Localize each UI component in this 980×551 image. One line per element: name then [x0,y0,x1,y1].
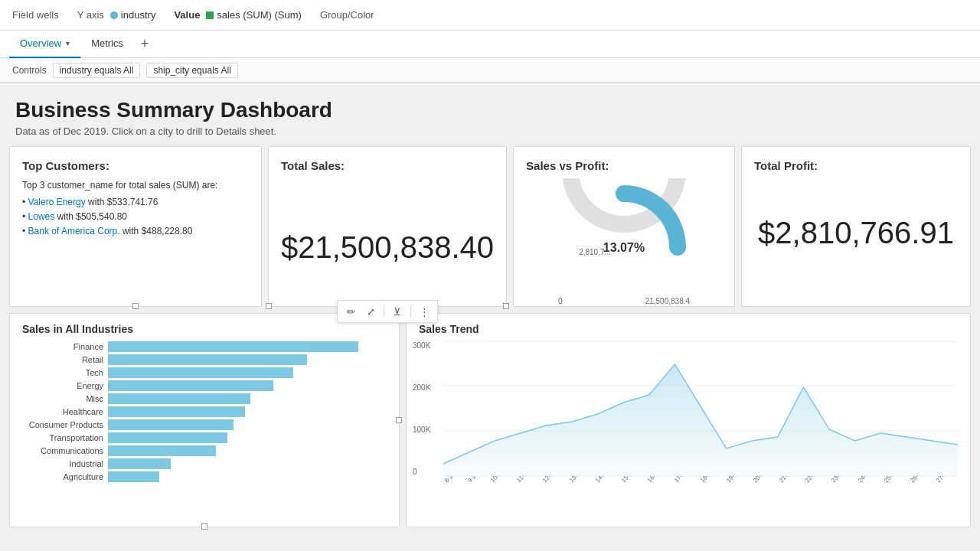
bar-label: Retail [16,355,108,364]
donut-chart: 2,810,7... 13.07% 0 21,500,838.4 [555,178,693,293]
x-label: 22-2017 [804,476,831,490]
expand-button[interactable]: ⤢ [362,303,379,320]
sales-trend-card: Sales Trend 300K 200K 100K 0 [406,313,971,527]
bar-fill[interactable] [108,380,273,391]
controls-label: Controls [12,65,47,76]
chevron-down-icon: ▾ [66,39,70,47]
more-button[interactable]: ⋮ [416,303,433,320]
x-label: 9-2017 [466,476,491,490]
y-axis-labels: 300K 200K 100K 0 [413,341,443,476]
toolbar-divider [384,305,384,318]
edit-button[interactable]: ✏ [342,303,359,320]
tabs-bar: Overview ▾ Metrics + [0,31,980,58]
customer-2-amount: with [57,211,77,222]
bar-fill[interactable] [108,445,216,456]
tab-metrics[interactable]: Metrics [80,31,134,58]
bar-row: Tech [16,367,393,378]
bar-track [108,354,393,365]
tab-metrics-label: Metrics [91,37,123,49]
bar-fill[interactable] [108,354,307,365]
bar-row: Misc [16,393,393,404]
resize-handle-right[interactable] [396,417,402,423]
x-label: 12-2017 [541,476,568,490]
customer-3-link[interactable]: Bank of America Corp. [28,226,120,236]
top-customers-list: • Valero Energy with $533,741.76 • Lowes… [22,197,249,236]
y-axis-item: Y axis industry [77,9,156,21]
resize-handle[interactable] [132,303,139,309]
x-label: 14-2017 [594,476,621,490]
bar-fill[interactable] [108,406,245,417]
donut-max-label: 21,500,838.4 [645,297,690,305]
top-customers-title: Top Customers: [22,159,249,172]
resize-handle-bottom[interactable] [201,523,207,530]
tab-overview-label: Overview [20,37,61,49]
x-label: 23-2017 [830,476,857,490]
bar-track [108,471,393,482]
bar-row: Industrial [16,458,393,469]
total-profit-card: Total Profit: $2,810,766.91 [741,146,971,307]
x-label: 27-2017 [935,476,958,490]
filter-industry[interactable]: industry equals All [53,63,141,78]
field-wells-bar: Field wells Y axis industry Value sales … [0,0,980,31]
x-label: 10-2017 [489,476,516,490]
bar-track [108,458,393,469]
bar-fill[interactable] [108,341,358,352]
bar-label: Misc [16,394,108,403]
bar-fill[interactable] [108,432,227,443]
dashboard-title: Business Summary Dashboard [9,92,971,122]
bar-track [108,406,393,417]
total-profit-value: $2,810,766.91 [754,172,958,294]
bar-row: Healthcare [16,406,393,417]
list-item: • Lowes with $505,540.80 [22,211,249,222]
line-chart-area [443,341,958,476]
bar-row: Communications [16,445,393,456]
y-label-0: 0 [413,468,440,476]
bar-row: Transportation [16,432,393,443]
filter-ship-city[interactable]: ship_city equals All [146,63,237,78]
bar-track [108,341,393,352]
customer-2-value: $505,540.80 [76,211,127,222]
group-color-item: Group/Color [320,9,374,21]
svg-text:13.07%: 13.07% [603,241,645,254]
total-sales-title: Total Sales: [281,159,494,172]
bar-fill[interactable] [108,419,234,430]
bar-fill[interactable] [108,393,250,404]
x-label: 11-2017 [515,476,542,490]
dashboard-subtitle: Data as of Dec 2019. Click on a city to … [9,126,971,146]
bottom-row: Sales in All Industries FinanceRetailTec… [9,313,971,527]
bar-label: Healthcare [16,407,108,416]
total-profit-title: Total Profit: [754,159,958,172]
resize-handle-br[interactable] [503,303,509,309]
x-label: 21-2017 [778,476,805,490]
bar-fill[interactable] [108,458,171,469]
toolbar-divider-2 [410,305,411,318]
total-sales-value: $21,500,838.40 [281,230,494,265]
x-label: 15-2017 [620,476,647,490]
y-axis-label: Y axis [77,9,104,21]
top-customers-card: Top Customers: Top 3 customer_name for t… [9,146,262,307]
resize-handle-bl[interactable] [266,303,272,309]
line-chart-container: 300K 200K 100K 0 [413,341,964,494]
customer-3-value: $488,228.80 [142,226,193,236]
value-dot-icon [206,11,214,19]
y-axis-dot-icon [110,11,118,19]
chart-toolbar: ✏ ⤢ ⊻ ⋮ [337,300,438,323]
bar-fill[interactable] [108,471,159,482]
total-sales-card: Total Sales: $21,500,838.40 ✏ ⤢ ⊻ ⋮ [268,146,507,307]
bar-track [108,367,393,378]
bar-row: Finance [16,341,393,352]
industries-title: Sales in All Industries [16,323,393,335]
bar-chart: FinanceRetailTechEnergyMiscHealthcareCon… [16,341,393,482]
tab-overview[interactable]: Overview ▾ [9,31,80,58]
x-label: 26-2017 [909,476,936,490]
add-tab-button[interactable]: + [134,34,155,55]
filter-button[interactable]: ⊻ [389,303,406,320]
x-axis-labels: 8-2017 9-2017 10-2017 11-2017 12-2017 13… [443,476,958,494]
customer-2-link[interactable]: Lowes [28,211,55,222]
customer-1-link[interactable]: Valero Energy [28,197,86,207]
line-chart-svg [443,341,958,476]
x-label: 18-2017 [699,476,726,490]
bar-track [108,380,393,391]
bar-fill[interactable] [108,367,293,378]
list-item: • Bank of America Corp. with $488,228.80 [22,226,249,236]
